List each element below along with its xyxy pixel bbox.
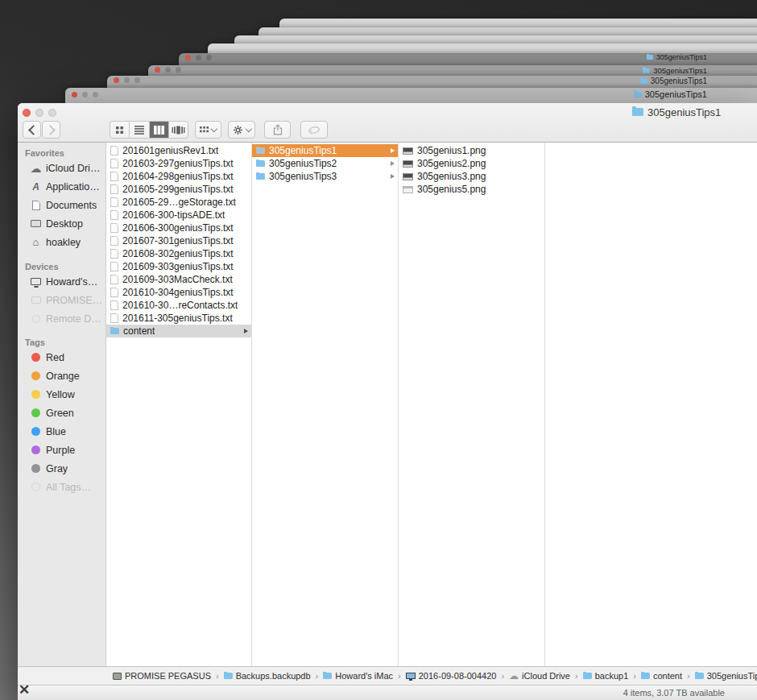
sidebar-tag-purple[interactable]: Purple [18,441,105,459]
coverflow-icon [172,126,185,135]
sidebar-tag-gray[interactable]: Gray [18,459,105,478]
path-bar: PROMISE PEGASUS › Backups.backupdb › How… [18,666,757,685]
zoom-button[interactable] [206,55,212,60]
action-button[interactable] [228,121,255,139]
path-separator: › [216,671,219,681]
minimize-button[interactable] [196,55,201,60]
sidebar-item-remote-disc[interactable]: Remote D… [18,309,105,328]
sidebar-tag-yellow[interactable]: Yellow [18,385,105,404]
red-tag-icon [31,353,40,362]
close-button[interactable] [72,92,77,97]
path-segment[interactable]: PROMISE PEGASUS [113,671,211,681]
text-file-icon [110,184,118,194]
sidebar-item-desktop[interactable]: Desktop [18,214,105,233]
sidebar-item-home[interactable]: ⌂ hoakley [18,233,105,251]
titlebar[interactable]: 305geniusTips1 [18,103,757,143]
image-file-row[interactable]: 305genius1.png [399,144,544,157]
tag-button[interactable] [300,121,328,139]
file-row[interactable]: 201607-301geniusTips.txt [106,234,251,247]
file-row[interactable]: 201604-298geniusTips.txt [106,170,251,183]
folder-icon [695,673,704,679]
column-view-button[interactable] [150,122,169,138]
sidebar-item-applications[interactable]: A Applicatio… [18,177,105,196]
image-file-row[interactable]: 305genius2.png [399,157,544,170]
minimize-button[interactable] [124,77,130,83]
folder-row[interactable]: 305geniusTips3 [252,170,398,183]
sidebar-item-howards-imac[interactable]: Howard's… [18,272,105,291]
traffic-lights[interactable] [155,67,181,72]
file-row[interactable]: 201606-300geniusTips.txt [106,222,251,234]
window-title: 305geniusTips1 [647,53,707,61]
image-file-row[interactable]: 305genius5.png [399,183,544,196]
folder-row[interactable]: 305geniusTips2 [252,157,398,170]
path-segment[interactable]: 305geniusTips1 [695,671,757,681]
folder-icon [647,55,653,60]
text-file-icon [110,236,118,246]
text-file-icon [110,288,118,297]
image-thumbnail-icon [403,186,413,193]
sidebar-tag-red[interactable]: Red [18,348,105,367]
zoom-button[interactable] [93,92,98,97]
sidebar-tag-green[interactable]: Green [18,404,105,422]
list-view-button[interactable] [130,122,149,138]
file-row[interactable]: 201603-297geniusTips.txt [106,157,251,170]
back-button[interactable] [23,121,41,139]
file-row[interactable]: 201610-30…reContacts.txt [106,299,251,312]
sidebar-item-promise[interactable]: PROMISE… [18,291,105,309]
arrange-button[interactable] [195,121,221,139]
file-name: 201605-299geniusTips.txt [122,184,234,195]
window-title-text: 305geniusTips1 [645,89,707,99]
minimize-button[interactable] [82,92,88,97]
minimize-button[interactable] [165,67,171,72]
folder-row-content-selected[interactable]: content [106,325,251,338]
column-2: 305geniusTips1 305geniusTips2 305geniusT… [252,143,399,666]
close-button[interactable] [155,67,160,72]
path-segment-label: Backups.backupdb [236,671,311,681]
forward-button[interactable] [42,121,60,139]
path-separator: › [501,671,504,681]
icon-view-button[interactable] [110,122,130,138]
traffic-lights[interactable] [185,55,212,60]
coverflow-view-button[interactable] [169,122,188,138]
window-title: 305geniusTips1 [640,77,707,85]
minimize-button[interactable] [35,109,43,117]
path-segment[interactable]: content [641,671,682,681]
close-button[interactable] [185,55,191,60]
file-row[interactable]: 201611-305geniusTips.txt [106,312,251,325]
sidebar-item-icloud-drive[interactable]: ☁ iCloud Dri… [18,159,105,177]
path-segment[interactable]: ☁ iCloud Drive [509,671,570,681]
drive-icon [113,673,122,680]
zoom-button[interactable] [134,77,140,83]
sidebar-tag-all[interactable]: All Tags… [18,478,105,496]
file-row[interactable]: 201610-304geniusTips.txt [106,286,251,299]
file-row[interactable]: 201605-299geniusTips.txt [106,183,251,196]
share-button[interactable] [264,121,291,139]
zoom-button[interactable] [176,67,181,72]
file-row[interactable]: 201601geniusRev1.txt [106,144,251,157]
file-row[interactable]: 201606-300-tipsADE.txt [106,209,251,222]
path-segment[interactable]: backup1 [583,671,629,681]
file-row[interactable]: 201605-29…geStorage.txt [106,196,251,209]
sidebar-tag-orange[interactable]: Orange [18,367,105,385]
close-button[interactable] [114,77,119,83]
image-file-row[interactable]: 305genius3.png [399,170,544,183]
path-segment[interactable]: Howard's iMac [323,671,393,681]
traffic-lights[interactable] [72,92,98,97]
sidebar-item-label: hoakley [46,237,81,248]
file-name: 201607-301geniusTips.txt [122,235,234,246]
traffic-lights[interactable] [114,77,140,83]
close-button[interactable] [23,109,31,117]
file-name: 305genius3.png [417,171,486,182]
file-row[interactable]: 201609-303geniusTips.txt [106,260,251,273]
sidebar-item-documents[interactable]: Documents [18,196,105,214]
zoom-button[interactable] [48,109,56,117]
folder-row-selected[interactable]: 305geniusTips1 [252,144,398,157]
file-row[interactable]: 201609-303MacCheck.txt [106,273,251,286]
file-row[interactable]: 201608-302geniusTips.txt [106,247,251,260]
path-segment[interactable]: Backups.backupdb [224,671,311,681]
folder-icon [323,673,332,679]
path-segment[interactable]: 2016-09-08-004420 [406,671,497,681]
imac-icon [406,673,416,679]
sidebar-tag-blue[interactable]: Blue [18,422,105,441]
desktop: 305geniusTips1 305geniusTips1 305geniusT… [0,0,757,700]
